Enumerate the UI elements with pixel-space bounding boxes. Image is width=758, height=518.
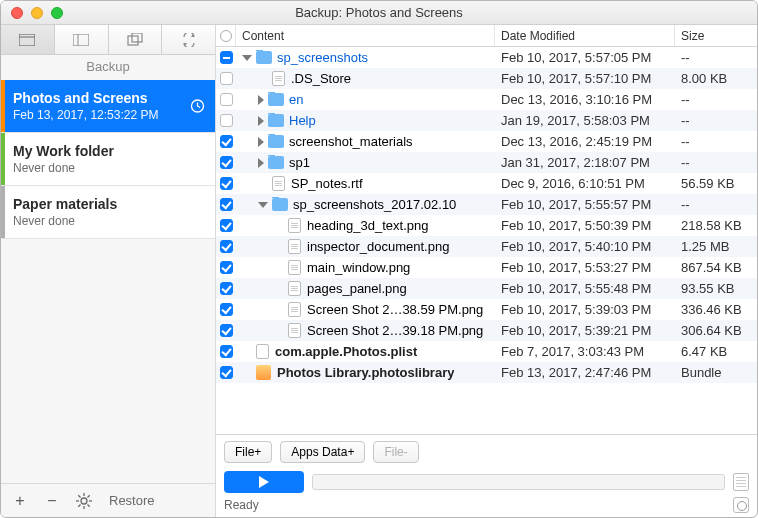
col-size[interactable]: Size (675, 25, 757, 46)
col-date[interactable]: Date Modified (495, 25, 675, 46)
row-checkbox[interactable] (220, 156, 233, 169)
disclosure-open-icon[interactable] (242, 55, 252, 61)
row-checkbox[interactable] (220, 135, 233, 148)
row-checkbox[interactable] (220, 114, 233, 127)
apps-data-add-button[interactable]: Apps Data+ (280, 441, 365, 463)
row-checkbox[interactable] (220, 240, 233, 253)
disclosure-closed-icon[interactable] (258, 116, 264, 126)
row-checkbox[interactable] (220, 345, 233, 358)
row-checkbox[interactable] (220, 324, 233, 337)
svg-rect-0 (19, 34, 35, 46)
task-title: My Work folder (13, 143, 203, 159)
row-checkbox[interactable] (220, 51, 233, 64)
row-size: 1.25 MB (675, 239, 757, 254)
row-name: sp_screenshots_2017.02.10 (293, 197, 456, 212)
folder-icon (268, 135, 284, 148)
svg-line-14 (78, 504, 80, 506)
task-photos-and-screens[interactable]: Photos and Screens Feb 13, 2017, 12:53:2… (1, 80, 215, 133)
play-button[interactable] (224, 471, 304, 493)
row-checkbox[interactable] (220, 219, 233, 232)
row-checkbox[interactable] (220, 366, 233, 379)
table-row[interactable]: heading_3d_text.pngFeb 10, 2017, 5:50:39… (216, 215, 757, 236)
row-checkbox[interactable] (220, 198, 233, 211)
row-date: Jan 31, 2017, 2:18:07 PM (495, 155, 675, 170)
lib-icon (256, 365, 271, 380)
table-row[interactable]: SP_notes.rtfDec 9, 2016, 6:10:51 PM56.59… (216, 173, 757, 194)
task-paper-materials[interactable]: Paper materials Never done (1, 186, 215, 239)
task-my-work-folder[interactable]: My Work folder Never done (1, 133, 215, 186)
task-title: Photos and Screens (13, 90, 203, 106)
table-row[interactable]: HelpJan 19, 2017, 5:58:03 PM-- (216, 110, 757, 131)
file-icon (288, 302, 301, 317)
task-subtitle: Feb 13, 2017, 12:53:22 PM (13, 108, 203, 122)
file-icon (288, 323, 301, 338)
settings-button[interactable] (71, 489, 97, 513)
row-name: heading_3d_text.png (307, 218, 428, 233)
table-row[interactable]: pages_panel.pngFeb 10, 2017, 5:55:48 PM9… (216, 278, 757, 299)
sidebar: Backup Photos and Screens Feb 13, 2017, … (1, 25, 216, 517)
svg-line-13 (88, 504, 90, 506)
file-icon (288, 218, 301, 233)
zoom-window-button[interactable] (51, 7, 63, 19)
table-row[interactable]: main_window.pngFeb 10, 2017, 5:53:27 PM8… (216, 257, 757, 278)
table-row[interactable]: inspector_document.pngFeb 10, 2017, 5:40… (216, 236, 757, 257)
close-window-button[interactable] (11, 7, 23, 19)
table-row[interactable]: screenshot_materialsDec 13, 2016, 2:45:1… (216, 131, 757, 152)
row-checkbox[interactable] (220, 72, 233, 85)
file-icon (288, 281, 301, 296)
col-content[interactable]: Content (236, 25, 495, 46)
row-checkbox[interactable] (220, 177, 233, 190)
row-name: sp_screenshots (277, 50, 368, 65)
tab-sync-icon[interactable] (162, 25, 215, 54)
table-row[interactable]: Screen Shot 2…38.59 PM.pngFeb 10, 2017, … (216, 299, 757, 320)
table-row[interactable]: sp_screenshotsFeb 10, 2017, 5:57:05 PM-- (216, 47, 757, 68)
minimize-window-button[interactable] (31, 7, 43, 19)
file-icon (288, 260, 301, 275)
file-icon (272, 176, 285, 191)
disclosure-open-icon[interactable] (258, 202, 268, 208)
table-row[interactable]: Photos Library.photoslibraryFeb 13, 2017… (216, 362, 757, 383)
task-subtitle: Never done (13, 214, 203, 228)
row-checkbox[interactable] (220, 261, 233, 274)
table-row[interactable]: com.apple.Photos.plistFeb 7, 2017, 3:03:… (216, 341, 757, 362)
file-add-button[interactable]: File+ (224, 441, 272, 463)
table-header: Content Date Modified Size (216, 25, 757, 47)
svg-rect-2 (73, 34, 89, 46)
add-task-button[interactable]: + (7, 489, 33, 513)
table-row[interactable]: enDec 13, 2016, 3:10:16 PM-- (216, 89, 757, 110)
svg-line-15 (88, 495, 90, 497)
row-checkbox[interactable] (220, 93, 233, 106)
table-row[interactable]: .DS_StoreFeb 10, 2017, 5:57:10 PM8.00 KB (216, 68, 757, 89)
row-checkbox[interactable] (220, 303, 233, 316)
disclosure-closed-icon[interactable] (258, 95, 264, 105)
status-label: Ready (224, 498, 259, 512)
svg-point-7 (81, 498, 87, 504)
folder-icon (256, 51, 272, 64)
log-icon[interactable] (733, 473, 749, 491)
tab-panel-icon[interactable] (55, 25, 109, 54)
row-name: pages_panel.png (307, 281, 407, 296)
disclosure-closed-icon[interactable] (258, 158, 264, 168)
file-remove-button[interactable]: File- (373, 441, 418, 463)
table-row[interactable]: sp1Jan 31, 2017, 2:18:07 PM-- (216, 152, 757, 173)
bottom-bar: File+ Apps Data+ File- Ready (216, 434, 757, 517)
col-check[interactable] (216, 25, 236, 46)
row-size: 6.47 KB (675, 344, 757, 359)
clock-icon (190, 99, 205, 114)
row-checkbox[interactable] (220, 282, 233, 295)
restore-button[interactable]: Restore (109, 493, 155, 508)
row-date: Feb 13, 2017, 2:47:46 PM (495, 365, 675, 380)
schedule-icon[interactable] (733, 497, 749, 513)
remove-task-button[interactable]: − (39, 489, 65, 513)
tab-list-icon[interactable] (1, 25, 55, 54)
table-row[interactable]: sp_screenshots_2017.02.10Feb 10, 2017, 5… (216, 194, 757, 215)
row-size: 56.59 KB (675, 176, 757, 191)
row-size: 306.64 KB (675, 323, 757, 338)
row-size: 867.54 KB (675, 260, 757, 275)
tab-duplicate-icon[interactable] (109, 25, 163, 54)
disclosure-closed-icon[interactable] (258, 137, 264, 147)
table-row[interactable]: Screen Shot 2…39.18 PM.pngFeb 10, 2017, … (216, 320, 757, 341)
row-name: Screen Shot 2…39.18 PM.png (307, 323, 483, 338)
progress-row (224, 471, 749, 493)
row-size: -- (675, 92, 757, 107)
